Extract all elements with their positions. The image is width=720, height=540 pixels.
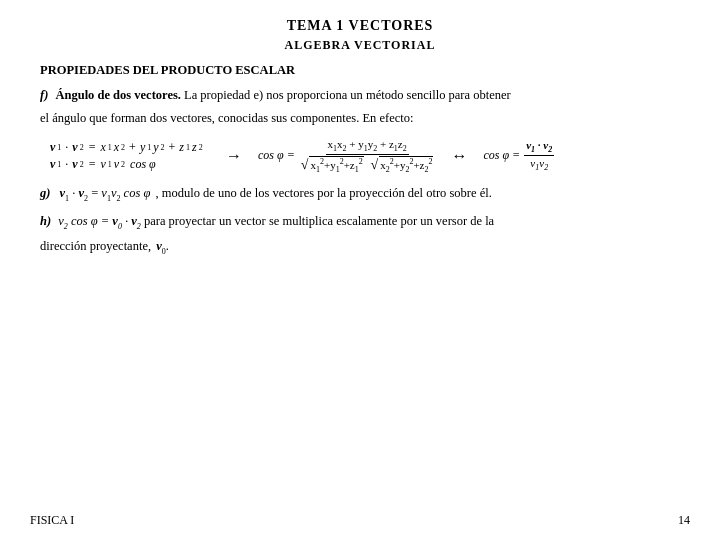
fraction-right-num: v1 · v2 [524,139,554,156]
sqrt-content-1: x12+y12+z12 [309,156,363,174]
item-f-header: f) Ángulo de dos vectores. La propiedad … [40,86,680,105]
right-arrow: → [220,147,248,165]
page: TEMA 1 VECTORES ALGEBRA VECTORIAL PROPIE… [0,0,720,540]
fraction-main: x1x2 + y1y2 + z1z2 √ x12+y12+z12 √ x22+y… [299,138,436,174]
item-h: h) v2 cos φ = v0 · v2 para proyectar un … [40,212,680,257]
fraction-numerator: x1x2 + y1y2 + z1z2 [326,138,409,155]
item-f: f) Ángulo de dos vectores. La propiedad … [40,86,680,174]
fraction-right-den: v1v2 [528,156,550,172]
h-label: h) [40,214,51,228]
cos-fraction: cos φ = x1x2 + y1y2 + z1z2 √ x12+y12+z12 [258,138,435,174]
h-text2: dirección proyectante, [40,239,151,253]
fraction-denominator: √ x12+y12+z12 √ x22+y22+z22 [299,155,436,174]
footer: FISICA I 14 [30,513,690,528]
page-subtitle: ALGEBRA VECTORIAL [30,38,690,53]
h-text-block-2: dirección proyectante, v0. [40,237,680,258]
double-arrow: ↔ [445,147,473,165]
sqrt-2: √ x22+y22+z22 [370,156,433,174]
fraction-right: v1 · v2 v1v2 [524,139,554,172]
v2: v [72,140,77,155]
cos-right: cos φ = v1 · v2 v1v2 [483,139,554,172]
f-title: Ángulo de dos vectores. [55,88,180,102]
cos-label-1: cos φ = [258,148,295,163]
g-formula: v1 · v2 = v1v2 cos φ [60,186,154,200]
sqrt-symbol-2: √ [370,158,378,172]
sqrt-1: √ x12+y12+z12 [301,156,364,174]
x1x2: x [100,140,105,155]
g-text-block: g) v1 · v2 = v1v2 cos φ , modulo de uno … [40,184,680,205]
v1: v [50,140,55,155]
sqrt-content-2: x22+y22+z22 [379,156,433,174]
h-formula: v2 cos φ = v0 · v2 [58,214,144,228]
f-label: f) [40,88,48,102]
page-title: TEMA 1 VECTORES [30,18,690,34]
f-text1: La propiedad e) nos proporciona un métod… [184,88,511,102]
sqrt-symbol-1: √ [301,158,309,172]
formula-row-f: v1 · v2 = x1x2 + y1y2 + z1z2 v1 · v2 [50,138,680,174]
g-text: , modulo de uno de los vectores por la p… [155,186,491,200]
g-label: g) [40,186,50,200]
eq-line-1: v1 · v2 = x1x2 + y1y2 + z1z2 [50,140,210,155]
h-text-block-1: h) v2 cos φ = v0 · v2 para proyectar un … [40,212,680,233]
content-area: f) Ángulo de dos vectores. La propiedad … [40,86,680,257]
f-text2: el ángulo que forman dos vectores, conoc… [40,109,680,128]
h-text1: para proyectar un vector se multiplica e… [144,214,494,228]
cos-label-2: cos φ = [483,148,520,163]
section-title: PROPIEDADES DEL PRODUCTO ESCALAR [40,63,690,78]
footer-left: FISICA I [30,513,74,528]
eq-line-2: v1 · v2 = v1v2 cos φ [50,157,210,172]
page-number: 14 [678,513,690,528]
formula-left: v1 · v2 = x1x2 + y1y2 + z1z2 v1 · v2 [50,140,210,172]
item-g: g) v1 · v2 = v1v2 cos φ , modulo de uno … [40,184,680,205]
